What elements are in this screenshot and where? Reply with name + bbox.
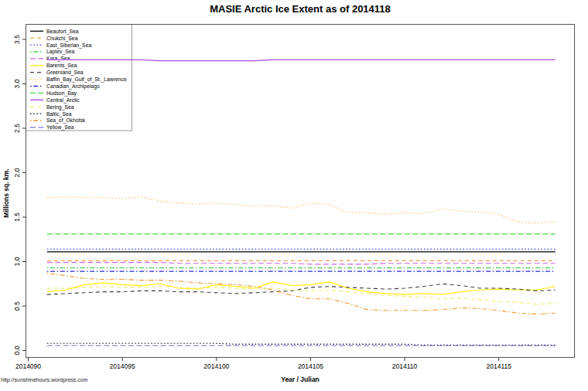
y-axis-label: Millions sq. km. [2, 168, 10, 217]
legend-label: Chukchi_Sea [46, 36, 78, 42]
x-axis-label: Year / Julian [281, 376, 320, 383]
legend-label: Hudson_Bay [46, 90, 77, 97]
legend-label: Baffin_Bay_Gulf_of_St._Lawrence [46, 76, 127, 83]
x-tick-label: 2014095 [110, 362, 135, 370]
chart-title: MASIE Arctic Ice Extent as of 2014118 [210, 3, 391, 15]
series-line-Kara_Sea [47, 263, 556, 264]
x-tick-label: 2014115 [487, 362, 512, 370]
legend-label: Sea_of_Okhotsk [46, 117, 86, 124]
x-tick-label: 2014110 [392, 362, 418, 370]
series-line-Baffin_Bay_Gulf_of_St._Lawrence [47, 197, 556, 224]
legend-label: Central_Arctic [46, 97, 80, 104]
x-tick-label: 2014105 [298, 362, 323, 370]
y-tick-label: 3.5 [13, 35, 21, 44]
plot-area: Beaufort_SeaChukchi_SeaEast_Siberian_Sea… [13, 25, 575, 370]
legend-label: Beaufort_Sea [46, 29, 79, 35]
legend: Beaufort_SeaChukchi_SeaEast_Siberian_Sea… [26, 25, 132, 131]
masie-ice-extent-chart: MASIE Arctic Ice Extent as of 2014118 Mi… [0, 0, 588, 391]
y-tick-label: 3.0 [13, 79, 21, 88]
watermark-url: http://sunshinehours.wordpress.com [1, 377, 88, 383]
y-tick-label: 1.5 [13, 212, 21, 222]
series-line-Baltic_Sea [47, 343, 556, 345]
y-tick-label: 1.0 [13, 257, 21, 266]
y-tick-label: 2.0 [13, 168, 21, 177]
legend-label: Barents_Sea [46, 63, 77, 69]
legend-label: Baltic_Sea [46, 111, 72, 117]
chart-page: MASIE Arctic Ice Extent as of 2014118 Mi… [0, 0, 588, 391]
legend-label: Greenland_Sea [46, 70, 84, 76]
legend-label: Canadian_Archipelago [46, 83, 100, 90]
x-tick-label: 2014090 [15, 362, 41, 370]
y-tick-label: 0.0 [13, 345, 21, 355]
y-tick-label: 0.5 [13, 301, 21, 311]
y-tick-label: 2.5 [13, 124, 21, 133]
legend-label: Bering_Sea [46, 104, 74, 110]
series-line-Sea_of_Okhotsk [47, 273, 556, 314]
legend-label: Yellow_Sea [46, 124, 74, 131]
legend-label: Laptev_Sea [46, 49, 75, 55]
legend-label: East_Siberian_Sea [46, 42, 91, 49]
x-tick-label: 2014100 [203, 362, 229, 370]
legend-label: Kara_Sea [46, 56, 70, 62]
